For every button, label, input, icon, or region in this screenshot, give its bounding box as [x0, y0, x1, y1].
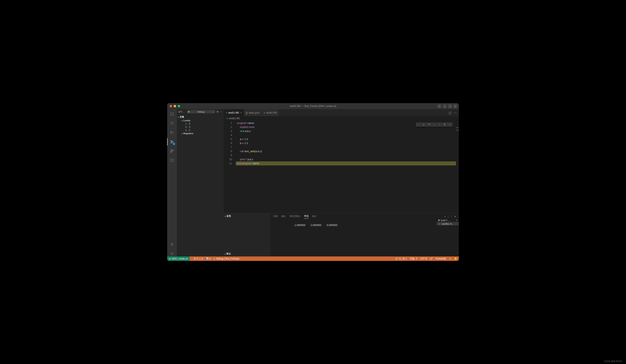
config-gear-icon[interactable]: ⚙ [216, 110, 219, 113]
minimize-window-button[interactable] [174, 105, 176, 107]
search-icon[interactable] [169, 121, 175, 126]
toggle-primary-sidebar-icon[interactable]: ◧ [438, 105, 441, 108]
activity-bar: 1 [167, 109, 177, 256]
stop-icon[interactable]: □ [448, 123, 452, 126]
titlebar: test01.f90 — Test_Fortran [SSH: i.sctek.… [167, 103, 459, 109]
drag-handle-icon[interactable]: ⋮⋮ [417, 123, 420, 126]
bottom-panel: 监视 断点 问题 输出 调试控制台 终端 端口 + [224, 213, 459, 256]
close-tab-icon[interactable]: × [240, 111, 242, 114]
close-window-button[interactable] [170, 105, 172, 107]
breakpoints-header[interactable]: 断点 [225, 252, 269, 256]
svg-rect-4 [171, 150, 172, 151]
extensions-icon[interactable] [169, 148, 175, 154]
new-terminal-icon[interactable]: + [444, 215, 446, 218]
svg-point-2 [171, 133, 171, 134]
source-control-icon[interactable] [169, 130, 175, 135]
step-out-icon[interactable]: ↑ [438, 123, 441, 126]
variables-section: 变量 Locals c: 3b: 2a: 1 Registers [177, 114, 224, 136]
svg-rect-6 [171, 151, 172, 153]
run-debug-icon[interactable]: 1 [169, 139, 175, 145]
step-into-icon[interactable]: ↓ [432, 123, 436, 126]
panel-main: 问题 输出 调试控制台 终端 端口 + ⌄ ⌃ ✕ 1.00000 [271, 213, 459, 256]
minimap[interactable] [456, 121, 459, 213]
svg-point-8 [171, 243, 173, 244]
debug-floating-toolbar[interactable]: ⋮⋮ ▷ ↷ ↓ ↑ ↻ □ [416, 122, 453, 127]
status-position[interactable]: 行 11, 列 1 [395, 257, 407, 260]
editor-area: ≡test01.f90×{}tasks.json≡test02.f90 ◫ ⋯ … [224, 109, 459, 256]
code-content[interactable]: program name implicit none real a,b,c a … [236, 121, 459, 213]
terminal-task[interactable]: 🐞cppdbg: te… [437, 222, 459, 225]
debug-config-select[interactable]: ▶ Debug ⌄ [187, 110, 215, 113]
remote-explorer-icon[interactable] [169, 158, 175, 163]
watch-header[interactable]: 监视 [225, 214, 269, 218]
panel-sidebar: 监视 断点 [224, 213, 271, 256]
title-layout-icons: ◧ ⬓ ◨ ▦ [438, 105, 457, 108]
accounts-icon[interactable] [169, 242, 175, 247]
svg-point-3 [173, 132, 173, 133]
panel-tabs: 问题 输出 调试控制台 终端 端口 + ⌄ ⌃ ✕ [271, 213, 459, 218]
continue-icon[interactable]: ▷ [422, 123, 425, 126]
status-language[interactable]: Fortran90 [436, 257, 446, 260]
settings-gear-icon[interactable] [169, 251, 175, 256]
notifications-icon[interactable]: 🔔 [454, 257, 457, 260]
remote-indicator[interactable]: ⇄ SSH: i.sctek.cn [167, 256, 190, 261]
locals-list: c: 3b: 2a: 1 [182, 122, 222, 132]
variable-row[interactable]: a: 1 [185, 128, 222, 132]
editor-tab[interactable]: {}tasks.json [244, 109, 262, 116]
status-debug[interactable]: ▷ Debug (Test_Fortran) [214, 257, 239, 260]
variable-row[interactable]: b: 2 [185, 125, 222, 128]
status-errors[interactable]: ⓧ 0 ⚠ 0 [194, 257, 203, 260]
explorer-icon[interactable] [169, 111, 175, 117]
status-bar: ⇄ SSH: i.sctek.cn ⓧ 0 ⚠ 0 📡 0 ▷ Debug (T… [167, 256, 459, 261]
status-eol[interactable]: LF [430, 257, 433, 260]
toggle-panel-icon[interactable]: ⬓ [443, 105, 446, 108]
registers-header[interactable]: Registers [182, 132, 222, 135]
editor-tabs: ≡test01.f90×{}tasks.json≡test02.f90 ◫ ⋯ [224, 109, 459, 116]
variables-header[interactable]: 变量 [178, 115, 222, 119]
tab-problems[interactable]: 问题 [273, 215, 278, 218]
close-panel-icon[interactable]: ✕ [454, 215, 456, 218]
customize-layout-icon[interactable]: ▦ [454, 105, 457, 108]
svg-point-1 [171, 131, 171, 132]
breadcrumb[interactable]: ≡ test01.f90 [224, 116, 459, 121]
more-actions-icon[interactable]: ⋯ [220, 110, 222, 113]
svg-point-0 [171, 122, 173, 124]
svg-point-9 [172, 253, 173, 254]
status-encoding[interactable]: UTF-8 [420, 257, 427, 260]
locals-header[interactable]: Locals [182, 119, 222, 122]
terminal-task-list: 🛠build T…✓🐞cppdbg: te… [437, 218, 459, 225]
variable-row[interactable]: c: 3 [185, 122, 222, 125]
terminal-task[interactable]: 🛠build T…✓ [437, 218, 459, 222]
more-editor-actions-icon[interactable]: ⋯ [454, 111, 457, 115]
run-label: 运行… [178, 110, 186, 113]
chevron-down-icon: ⌄ [212, 110, 214, 113]
svg-rect-7 [171, 159, 174, 161]
body: 1 运行… ▶ Debug ⌄ ⚙ ⋯ 变量 Locals [167, 109, 459, 256]
tab-output[interactable]: 输出 [281, 215, 286, 218]
editor-tab[interactable]: ≡test02.f90 [262, 109, 279, 116]
gutter[interactable]: 1234567891011 [224, 121, 236, 213]
tab-ports[interactable]: 端口 [312, 215, 317, 218]
step-over-icon[interactable]: ↷ [427, 123, 430, 126]
window-title: test01.f90 — Test_Fortran [SSH: i.sctek.… [167, 105, 459, 108]
status-spaces[interactable]: 空格: 4 [410, 257, 417, 260]
debug-toolbar-top: 运行… ▶ Debug ⌄ ⚙ ⋯ [177, 109, 224, 114]
window: test01.f90 — Test_Fortran [SSH: i.sctek.… [167, 103, 459, 261]
editor[interactable]: ⋮⋮ ▷ ↷ ↓ ↑ ↻ □ 1234567891011 program nam… [224, 121, 459, 213]
start-debug-icon[interactable]: ▶ [188, 110, 190, 113]
split-editor-icon[interactable]: ◫ [449, 111, 452, 115]
debug-badge: 1 [173, 143, 175, 145]
editor-tab[interactable]: ≡test01.f90× [224, 109, 244, 116]
feedback-icon[interactable]: ☺ [449, 257, 451, 260]
tab-terminal[interactable]: 终端 [304, 214, 309, 218]
terminal[interactable]: 1.000000 2.000000 3.000000 🛠build T…✓🐞cp… [271, 218, 459, 256]
toggle-secondary-sidebar-icon[interactable]: ◨ [448, 105, 452, 108]
config-name: Debug [198, 111, 204, 113]
maximize-window-button[interactable] [178, 105, 180, 107]
terminal-dropdown-icon[interactable]: ⌄ [447, 215, 449, 218]
maximize-panel-icon[interactable]: ⌃ [451, 215, 453, 218]
traffic-lights [167, 105, 180, 107]
tab-debug-console[interactable]: 调试控制台 [289, 215, 301, 218]
status-ports[interactable]: 📡 0 [206, 257, 211, 260]
restart-icon[interactable]: ↻ [443, 123, 446, 126]
